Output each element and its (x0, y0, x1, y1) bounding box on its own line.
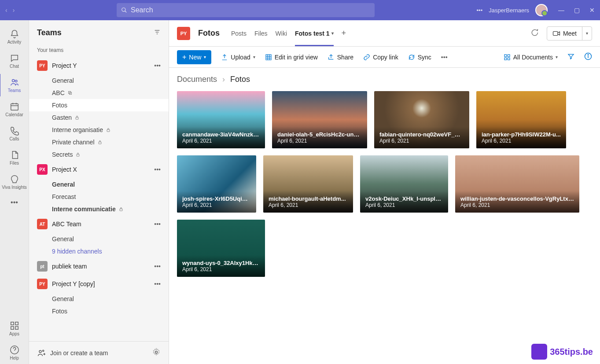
svg-point-40 (588, 55, 589, 55)
svg-rect-4 (11, 104, 18, 110)
channel-item[interactable]: Private channel (29, 136, 169, 148)
file-tile[interactable]: fabian-quintero-nq02weVF_mk-u...April 6,… (374, 91, 469, 148)
channel-item[interactable]: General (29, 293, 169, 305)
filter-icon[interactable] (154, 29, 161, 37)
chevron-right-icon: › (222, 75, 225, 84)
channel-item[interactable]: General (29, 74, 169, 87)
channel-item[interactable]: Gasten (29, 111, 169, 124)
svg-rect-18 (76, 118, 78, 120)
copy-link-button[interactable]: Copy link (363, 54, 398, 61)
team-row[interactable]: PXProject X••• (29, 161, 169, 178)
rail-chat[interactable]: Chat (0, 50, 29, 72)
file-gallery: canmandawe-3iaV4wNnzks-...April 6, 2021d… (169, 91, 600, 277)
svg-point-0 (122, 8, 125, 11)
file-tile[interactable]: canmandawe-3iaV4wNnzks-...April 6, 2021 (177, 91, 265, 148)
file-date: April 6, 2021 (379, 138, 464, 144)
file-tile[interactable]: wynand-uys-0_32Alxy1Hk-uns...April 6, 20… (177, 220, 265, 277)
svg-rect-9 (15, 322, 18, 325)
share-button[interactable]: Share (328, 54, 353, 61)
svg-rect-22 (120, 209, 122, 211)
svg-rect-21 (77, 154, 79, 157)
file-name: v2osk-Deiuc_XHk_I-unsplas... (365, 195, 443, 202)
channel-item[interactable]: Forecast (29, 191, 169, 203)
file-name: josh-spires-XrI6D5UqiN... (182, 195, 251, 202)
svg-point-3 (15, 80, 17, 82)
rail-viva-insights[interactable]: Viva Insights (0, 171, 29, 193)
gear-icon[interactable] (152, 348, 161, 358)
file-name: daniel-olah-5_eRcisHc2c-unspl... (277, 131, 362, 138)
channel-item[interactable]: Interne communicatie (29, 203, 169, 215)
join-team-button[interactable]: Join or create a team (50, 349, 108, 357)
rail-apps[interactable]: Apps (0, 317, 29, 340)
more-icon[interactable]: ••• (477, 7, 483, 14)
file-tile[interactable]: michael-bourgault-aHetdm...April 6, 2021 (263, 155, 353, 213)
team-more-icon[interactable]: ••• (154, 62, 161, 69)
team-more-icon[interactable]: ••• (154, 166, 161, 173)
team-more-icon[interactable]: ••• (154, 221, 161, 228)
tab-files[interactable]: Files (254, 20, 268, 46)
file-tile[interactable]: willian-justen-de-vasconcellos-VgRyLtxF.… (455, 155, 579, 213)
rail-files[interactable]: Files (0, 147, 29, 169)
channel-item[interactable]: General (29, 178, 169, 191)
rail-help[interactable]: Help (0, 342, 29, 364)
filter-pane-icon[interactable] (567, 53, 574, 61)
video-icon (552, 29, 560, 37)
channel-item[interactable]: 9 hidden channels (29, 245, 169, 257)
add-tab-button[interactable]: + (342, 29, 346, 38)
channel-item[interactable]: Fotos (29, 305, 169, 317)
file-tile[interactable]: daniel-olah-5_eRcisHc2c-unspl...April 6,… (272, 91, 367, 148)
svg-point-23 (39, 350, 41, 353)
files-toolbar: + New ▾ Upload ▾ Edit in grid view Share… (169, 47, 600, 68)
sync-button[interactable]: Sync (408, 54, 431, 61)
file-tile[interactable]: josh-spires-XrI6D5UqiN...April 6, 2021 (177, 155, 256, 213)
channel-item[interactable]: General (29, 233, 169, 245)
team-row[interactable]: ptpubliek team••• (29, 257, 169, 275)
rail-teams[interactable]: Teams (0, 74, 28, 96)
svg-rect-19 (107, 130, 110, 132)
nav-back[interactable]: ‹ (5, 7, 7, 14)
channel-item[interactable]: Interne organisatie (29, 124, 169, 136)
rail-activity[interactable]: Activity (0, 26, 29, 48)
channel-item[interactable]: Fotos (29, 99, 169, 111)
breadcrumb-root[interactable]: Documents (177, 75, 217, 84)
info-icon[interactable] (584, 52, 592, 62)
channel-item[interactable]: Secrets (29, 148, 169, 161)
toolbar-more[interactable]: ••• (441, 54, 448, 61)
avatar[interactable] (535, 4, 548, 16)
file-date: April 6, 2021 (269, 202, 348, 208)
svg-rect-8 (11, 322, 13, 325)
tab-posts[interactable]: Posts (231, 20, 247, 46)
upload-button[interactable]: Upload ▾ (221, 54, 255, 61)
tab-header: PY Fotos PostsFilesWikiFotos test 1 ▾ + … (169, 20, 600, 47)
file-date: April 6, 2021 (277, 138, 362, 144)
file-name: ian-parker-p7Hh9SIW22M-u... (482, 131, 561, 138)
tab-fotos-test-1[interactable]: Fotos test 1 ▾ (295, 20, 334, 46)
file-name: canmandawe-3iaV4wNnzks-... (182, 131, 260, 138)
team-row[interactable]: PYProject Y••• (29, 57, 169, 74)
file-tile[interactable]: ian-parker-p7Hh9SIW22M-u...April 6, 2021 (476, 91, 566, 148)
file-name: willian-justen-de-vasconcellos-VgRyLtxF.… (460, 195, 574, 202)
file-tile[interactable]: v2osk-Deiuc_XHk_I-unsplas...April 6, 202… (360, 155, 448, 213)
chevron-down-icon[interactable]: ▾ (582, 31, 592, 36)
minimize-icon[interactable]: — (558, 7, 564, 14)
rail-calls[interactable]: Calls (0, 122, 29, 145)
team-more-icon[interactable]: ••• (154, 263, 161, 270)
team-row[interactable]: ATABC Team••• (29, 215, 169, 233)
svg-rect-34 (504, 55, 507, 57)
maximize-icon[interactable]: ▢ (574, 7, 580, 14)
meet-button[interactable]: Meet ▾ (547, 26, 592, 40)
close-icon[interactable]: ✕ (589, 7, 595, 14)
search-input[interactable]: Search (117, 3, 375, 17)
edit-grid-button[interactable]: Edit in grid view (265, 54, 318, 61)
search-placeholder: Search (131, 6, 153, 14)
team-row[interactable]: PYProject Y [copy]••• (29, 275, 169, 293)
chat-icon[interactable] (530, 28, 539, 39)
channel-item[interactable]: ABC (29, 87, 169, 99)
rail-calendar[interactable]: Calendar (0, 98, 29, 121)
tab-wiki[interactable]: Wiki (276, 20, 287, 46)
rail-more[interactable]: ••• (0, 195, 29, 210)
view-switcher[interactable]: All Documents ▾ (504, 54, 558, 61)
team-more-icon[interactable]: ••• (154, 280, 161, 287)
breadcrumb: Documents › Fotos (169, 68, 600, 91)
new-button[interactable]: + New ▾ (177, 50, 211, 64)
